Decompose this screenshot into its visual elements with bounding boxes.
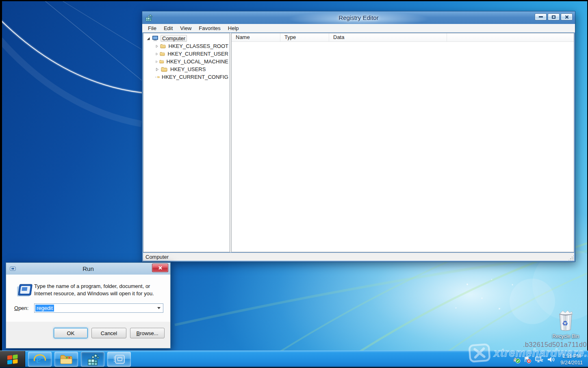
minimize-button[interactable]: [535, 13, 547, 20]
tree-label[interactable]: HKEY_USERS: [169, 66, 207, 72]
tree-label[interactable]: HKEY_LOCAL_MACHINE: [165, 58, 230, 65]
tree-label-computer[interactable]: Computer: [161, 35, 187, 42]
bezel-edge: [0, 0, 2, 368]
column-header-name[interactable]: Name: [232, 33, 280, 41]
desktop: ♻ Recycle Bin .b32615d501a711d0 Registry…: [0, 0, 588, 368]
menu-help[interactable]: Help: [224, 24, 243, 32]
run-dialog-titlebar[interactable]: Run: [6, 263, 170, 275]
expander-collapsed-icon[interactable]: [155, 67, 159, 71]
bezel-edge: [0, 0, 588, 1]
taskbar-registry-editor-button[interactable]: [81, 352, 104, 367]
network-icon[interactable]: [534, 356, 544, 364]
registry-editor-window: Registry Editor File Edit View Favorites…: [142, 11, 575, 262]
taskbar-run-button[interactable]: [107, 352, 131, 367]
maximize-icon: [552, 15, 555, 19]
window-title: Registry Editor: [142, 11, 575, 24]
computer-icon: [152, 35, 159, 41]
tree-label[interactable]: HKEY_CURRENT_USER: [166, 51, 230, 57]
volume-icon[interactable]: [547, 356, 555, 364]
recycle-bin-label: Recycle Bin: [549, 333, 582, 339]
window-controls: [535, 13, 573, 20]
run-dialog-icon: [15, 283, 34, 299]
values-list-empty[interactable]: [232, 42, 574, 252]
menu-view[interactable]: View: [176, 24, 195, 32]
run-window-icon: [113, 354, 126, 365]
system-tray: 1:11 PM 9/24/2011: [512, 351, 588, 368]
regedit-icon: [87, 353, 99, 366]
folder-icon: [160, 51, 165, 56]
close-icon: [158, 266, 163, 270]
browse-button[interactable]: Browse...: [130, 328, 165, 338]
folder-icon: [161, 67, 167, 72]
menu-file[interactable]: File: [144, 24, 160, 32]
taskbar-internet-explorer-button[interactable]: e: [28, 352, 52, 367]
close-icon: [565, 15, 569, 19]
minimize-icon: [539, 16, 543, 17]
tree-item-hkey-classes-root[interactable]: HKEY_CLASSES_ROOT: [143, 42, 230, 50]
chevron-down-icon: [157, 307, 161, 309]
column-header-filler: [447, 33, 574, 41]
file-explorer-icon: [60, 354, 73, 365]
column-header-data[interactable]: Data: [329, 33, 447, 41]
close-button[interactable]: [152, 264, 168, 272]
tree-item-hkey-users[interactable]: HKEY_USERS: [143, 65, 230, 73]
column-header-type[interactable]: Type: [280, 33, 329, 41]
build-watermark: .b32615d501a711d0: [523, 341, 587, 349]
start-button[interactable]: [0, 351, 25, 368]
clock-date: 9/24/2011: [560, 359, 583, 366]
taskbar-clock[interactable]: 1:11 PM 9/24/2011: [560, 353, 583, 366]
menu-favorites[interactable]: Favorites: [195, 24, 224, 32]
tree-item-computer[interactable]: Computer: [143, 35, 230, 42]
recycle-bin[interactable]: ♻ Recycle Bin: [549, 310, 582, 339]
expander-collapsed-icon[interactable]: [155, 44, 159, 48]
regedit-icon: [145, 14, 152, 21]
maximize-button[interactable]: [548, 13, 560, 20]
resize-grip[interactable]: [568, 255, 574, 260]
open-input-value[interactable]: regedit: [35, 305, 54, 312]
recycle-bin-icon: ♻: [556, 310, 575, 331]
registry-tree-panel: Computer HKEY_CLASSES_ROOT HKEY_CURRENT_…: [143, 33, 230, 252]
cancel-button[interactable]: Cancel: [91, 328, 126, 338]
usb-device-icon[interactable]: [512, 356, 521, 364]
clock-time: 1:11 PM: [560, 353, 583, 359]
run-dialog-footer: OK Cancel Browse...: [6, 322, 170, 348]
tree-item-hkey-current-config[interactable]: HKEY_CURRENT_CONFIG: [143, 73, 230, 81]
run-dialog-title: Run: [6, 263, 170, 275]
run-dialog: Run Type the name of a program, folder, …: [6, 262, 171, 349]
registry-editor-content: Computer HKEY_CLASSES_ROOT HKEY_CURRENT_…: [143, 33, 574, 252]
internet-explorer-icon: e: [33, 353, 46, 366]
run-icon: [10, 266, 16, 271]
tree-label[interactable]: HKEY_CURRENT_CONFIG: [161, 74, 230, 80]
expander-collapsed-icon[interactable]: [155, 60, 158, 64]
expander-expanded-icon[interactable]: [146, 37, 150, 41]
tree-item-hkey-current-user[interactable]: HKEY_CURRENT_USER: [143, 50, 230, 58]
list-column-headers: Name Type Data: [232, 33, 574, 42]
tree-label[interactable]: HKEY_CLASSES_ROOT: [167, 43, 230, 49]
tree-item-hkey-local-machine[interactable]: HKEY_LOCAL_MACHINE: [143, 58, 230, 65]
expander-collapsed-icon[interactable]: [155, 75, 157, 79]
taskbar: e: [0, 351, 588, 368]
menu-edit[interactable]: Edit: [160, 24, 176, 32]
status-bar: Computer: [143, 253, 574, 261]
run-dialog-body: Type the name of a program, folder, docu…: [6, 275, 170, 322]
open-combobox[interactable]: regedit: [34, 303, 163, 313]
close-button[interactable]: [561, 13, 573, 20]
svg-text:♻: ♻: [562, 320, 568, 327]
folder-icon: [160, 43, 166, 49]
open-label: Open:: [14, 305, 28, 311]
folder-icon: [159, 59, 164, 64]
registry-editor-titlebar[interactable]: Registry Editor: [142, 11, 575, 24]
folder-icon: [157, 74, 160, 80]
action-center-flag-icon[interactable]: [523, 356, 532, 364]
status-text: Computer: [145, 254, 169, 260]
menu-bar: File Edit View Favorites Help: [142, 24, 575, 32]
windows-logo-icon: [7, 354, 19, 365]
ok-button[interactable]: OK: [54, 328, 88, 338]
taskbar-file-explorer-button[interactable]: [54, 352, 78, 367]
registry-values-panel: Name Type Data: [231, 33, 574, 252]
combobox-dropdown-button[interactable]: [155, 307, 163, 309]
expander-collapsed-icon[interactable]: [155, 52, 158, 56]
run-dialog-message: Type the name of a program, folder, docu…: [34, 283, 163, 298]
